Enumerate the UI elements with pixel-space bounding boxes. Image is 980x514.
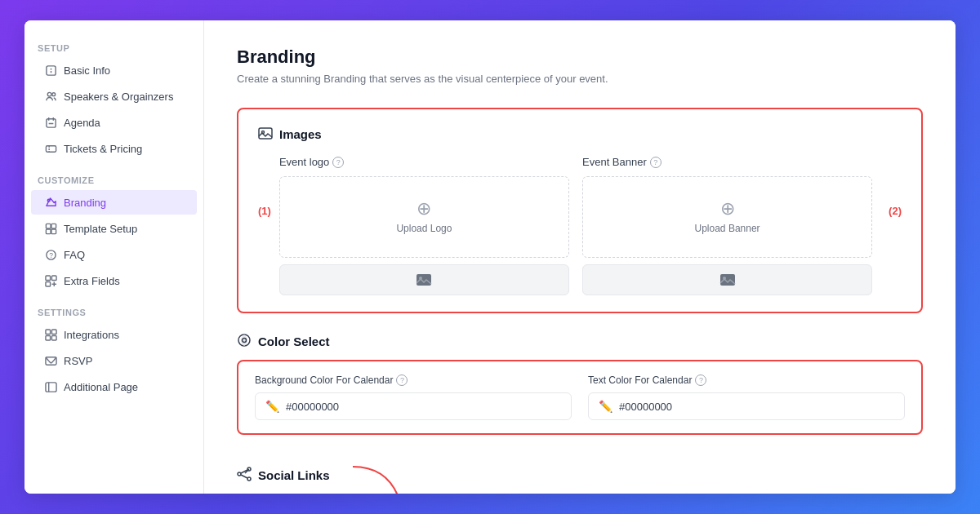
sidebar-item-extra-fields-label: Extra Fields [64,275,120,287]
sidebar-item-template[interactable]: Template Setup [31,216,197,241]
images-title-text: Images [279,127,322,141]
text-color-field: Text Color For Calendar ? ✏️ [588,374,905,420]
arrow-annotation [345,463,410,494]
sidebar-item-branding-label: Branding [64,197,106,209]
svg-rect-9 [46,145,56,152]
svg-rect-19 [51,275,56,280]
rsvp-icon [44,354,57,367]
svg-rect-20 [45,281,50,286]
event-logo-label: Event logo ? [279,156,569,168]
sidebar-item-additional-label: Additional Page [64,381,138,393]
sidebar-item-tickets-label: Tickets & Pricing [64,143,142,155]
sidebar-item-rsvp-label: RSVP [64,355,92,367]
svg-rect-13 [51,224,56,228]
faq-icon: ? [44,248,57,261]
upload-logo-label: Upload Logo [396,223,452,234]
images-icon [258,126,273,143]
annotation-1: (1) [258,156,279,217]
text-color-input[interactable] [619,401,894,413]
text-color-label: Text Color For Calendar ? [588,374,905,386]
social-section-title: Social Links [237,454,923,494]
sidebar-item-agenda-label: Agenda [64,117,100,129]
annotation-1-label: (1) [258,205,271,217]
banner-upload-col: Event Banner ? ⊕ Upload Banner [582,156,872,295]
extra-fields-icon [44,274,57,287]
customize-section-label: Customize [24,169,203,188]
svg-rect-36 [416,274,431,286]
sidebar-item-integrations[interactable]: Integrations [31,322,197,347]
social-links-section: Social Links Social ? + Add field [237,454,923,494]
svg-point-3 [47,92,51,96]
images-row: (1) Event logo ? ⊕ Upload Logo [258,156,902,295]
color-section-title-text: Color Select [258,335,330,348]
text-color-help-icon[interactable]: ? [695,374,706,386]
upload-banner-label: Upload Banner [695,223,760,234]
sidebar-item-additional[interactable]: Additional Page [31,374,197,399]
svg-rect-38 [720,274,735,286]
social-links-icon [237,467,252,484]
svg-point-43 [238,472,241,476]
main-content: Branding Create a stunning Branding that… [204,20,956,494]
sidebar-item-extra-fields[interactable]: Extra Fields [31,268,197,293]
sidebar-item-rsvp[interactable]: RSVP [31,348,197,373]
annotation-2: (2) [872,156,902,217]
color-select-section: Color Select Background Color For Calend… [237,333,923,435]
sidebar: Setup Basic Info Speakers & Or [24,20,204,494]
upload-banner-box[interactable]: ⊕ Upload Banner [582,176,872,258]
upload-logo-box[interactable]: ⊕ Upload Logo [279,176,569,258]
svg-line-31 [51,361,53,363]
text-color-swatch-icon: ✏️ [599,400,612,413]
svg-text:?: ? [49,251,53,259]
bg-color-input-wrap: ✏️ [255,392,572,420]
tickets-icon [44,142,57,155]
svg-rect-32 [45,382,56,391]
setup-section-label: Setup [24,37,203,56]
settings-section-label: Settings [24,301,203,321]
svg-rect-24 [51,329,56,334]
bg-color-help-icon[interactable]: ? [396,374,408,386]
color-section-title: Color Select [237,333,923,350]
sidebar-item-template-label: Template Setup [64,223,137,235]
banner-preview-box[interactable] [582,264,872,295]
upload-banner-plus-icon: ⊕ [720,200,735,218]
images-section-title: Images [258,126,902,143]
sidebar-item-faq-label: FAQ [64,249,85,261]
event-banner-help-icon[interactable]: ? [650,157,662,168]
social-section-title-text: Social Links [258,468,330,482]
bg-color-field: Background Color For Calendar ? ✏️ [255,374,572,420]
svg-rect-15 [51,228,56,233]
sidebar-item-basic-info[interactable]: Basic Info [31,58,197,82]
svg-point-4 [51,92,55,95]
sidebar-item-agenda[interactable]: Agenda [31,110,197,135]
page-subtitle: Create a stunning Branding that serves a… [237,73,923,85]
upload-plus-icon: ⊕ [416,200,431,218]
sidebar-item-speakers-label: Speakers & Orgainzers [64,91,173,103]
event-logo-help-icon[interactable]: ? [332,157,344,168]
sidebar-item-integrations-label: Integrations [64,329,119,341]
logo-upload-col: Event logo ? ⊕ Upload Logo [279,156,569,295]
svg-rect-0 [46,65,55,74]
svg-rect-18 [45,275,50,280]
logo-preview-box[interactable] [279,264,569,295]
sidebar-item-speakers[interactable]: Speakers & Orgainzers [31,84,197,109]
template-icon [44,222,57,235]
event-banner-label: Event Banner ? [582,156,872,168]
info-icon [44,64,57,77]
integrations-icon [44,328,57,341]
additional-icon [44,380,57,393]
sidebar-item-tickets[interactable]: Tickets & Pricing [31,136,197,161]
sidebar-item-faq[interactable]: ? FAQ [31,242,197,267]
color-select-icon [237,333,252,350]
speakers-icon [44,90,57,103]
app-window: Setup Basic Info Speakers & Or [24,20,956,494]
text-color-input-wrap: ✏️ [588,392,905,420]
svg-rect-23 [45,329,50,334]
svg-rect-26 [51,335,56,340]
branding-icon [44,196,57,209]
bg-color-swatch-icon: ✏️ [265,400,279,413]
sidebar-item-branding[interactable]: Branding [31,190,197,215]
bg-color-label: Background Color For Calendar ? [255,374,572,386]
color-fields-card: Background Color For Calendar ? ✏️ Text … [237,360,923,435]
svg-rect-25 [45,335,50,340]
bg-color-input[interactable] [286,401,561,413]
